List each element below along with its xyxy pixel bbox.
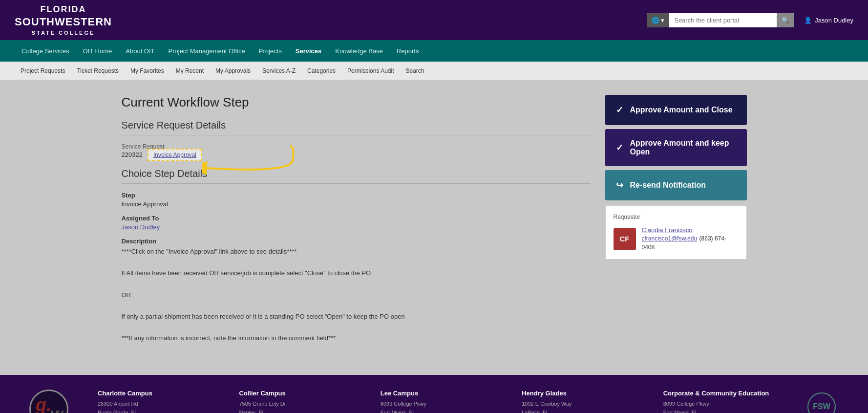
- page-title: Current Workflow Step: [122, 95, 591, 110]
- requestor-section: Requestor CF Claudia Francisco cfrancisc…: [605, 205, 747, 260]
- requestor-label: Requestor: [614, 214, 739, 220]
- logo-area: FLORIDA SOUTHWESTERN STATE COLLEGE: [15, 4, 112, 36]
- desc-line-3: OR: [122, 290, 591, 301]
- desc-line-1: ****Click on the "Invoice Approval" link…: [122, 246, 591, 257]
- campus-name-charlotte: Charlotte Campus: [98, 390, 210, 397]
- resend-notification-button[interactable]: ↪ Re-send Notification: [605, 170, 747, 200]
- requestor-details: Claudia Francisco cfrancisco1@fsw.edu (8…: [642, 226, 739, 251]
- top-header: FLORIDA SOUTHWESTERN STATE COLLEGE 🌐 ▾ 🔍…: [0, 0, 868, 40]
- nav-services[interactable]: Services: [289, 42, 329, 61]
- secondary-nav: Project Requests Ticket Requests My Favo…: [0, 62, 868, 80]
- footer-campus-charlotte: Charlotte Campus 26300 Airport Rd Punta …: [98, 390, 210, 413]
- choice-step-section: Choice Step Details Step Invoice Approva…: [122, 168, 591, 344]
- nav-my-approvals[interactable]: My Approvals: [210, 63, 256, 79]
- nav-my-favorites[interactable]: My Favorites: [125, 63, 170, 79]
- assigned-to-field: Assigned To Jason Dudley: [122, 215, 591, 231]
- approve-close-label: Approve Amount and Close: [630, 106, 733, 114]
- primary-nav: College Services OIT Home About OIT Proj…: [0, 40, 868, 62]
- resend-label: Re-send Notification: [630, 181, 706, 190]
- description-text: ****Click on the "Invoice Approval" link…: [122, 246, 591, 344]
- campus-name-lee: Lee Campus: [381, 390, 492, 397]
- campus-address-lee: 8099 College Pkwy: [381, 401, 426, 407]
- description-field: Description ****Click on the "Invoice Ap…: [122, 238, 591, 344]
- logo: FLORIDA SOUTHWESTERN STATE COLLEGE: [15, 4, 112, 36]
- footer-logo: g. W: [29, 390, 68, 413]
- campus-city-lee: Fort Myers, FL: [381, 410, 416, 413]
- service-request-number: 220322: [122, 151, 143, 158]
- approve-close-icon: ✓: [616, 105, 623, 115]
- campus-address-collier: 7505 Grand Lely Dr: [239, 401, 286, 407]
- resend-icon: ↪: [616, 180, 623, 191]
- footer-campus-hendry: Hendry Glades 1092 E Cowboy Way LaBelle,…: [522, 390, 634, 413]
- approve-open-icon: ✓: [616, 142, 623, 153]
- invoice-approval-link[interactable]: Invoice Approval: [148, 149, 202, 161]
- campus-address-charlotte: 26300 Airport Rd: [98, 401, 138, 407]
- desc-line-4: If only a partial shipment has been rece…: [122, 311, 591, 322]
- nav-search[interactable]: Search: [400, 63, 430, 79]
- main-content: Current Workflow Step Service Request De…: [92, 80, 776, 365]
- footer-campus-lee: Lee Campus 8099 College Pkwy Fort Myers,…: [381, 390, 492, 413]
- nav-pmo[interactable]: Project Management Office: [162, 42, 252, 61]
- svg-text:FSW: FSW: [813, 402, 830, 411]
- user-icon: 👤: [804, 17, 812, 24]
- campus-city-charlotte: Punta Gorda, FL: [98, 410, 137, 413]
- assigned-to-link[interactable]: Jason Dudley: [122, 223, 160, 231]
- campus-city-collier: Naples, FL: [239, 410, 265, 413]
- footer-campus-collier: Collier Campus 7505 Grand Lely Dr Naples…: [239, 390, 351, 413]
- requestor-email[interactable]: cfrancisco1@fsw.edu: [642, 235, 698, 242]
- globe-button[interactable]: 🌐 ▾: [647, 13, 670, 27]
- service-request-section-title: Service Request Details: [122, 120, 591, 135]
- campus-name-collier: Collier Campus: [239, 390, 351, 397]
- search-box: 🌐 ▾ 🔍: [647, 13, 795, 27]
- campus-city-hendry: LaBelle, FL: [522, 410, 549, 413]
- step-field: Step Invoice Approval: [122, 192, 591, 208]
- content-right: ✓ Approve Amount and Close ✓ Approve Amo…: [605, 95, 747, 350]
- fsw-logo-icon: FSW: [807, 392, 836, 413]
- campus-name-hendry: Hendry Glades: [522, 390, 634, 397]
- nav-knowledge-base[interactable]: Knowledge Base: [328, 42, 390, 61]
- campus-name-cce: Corporate & Community Education: [663, 390, 775, 397]
- choice-step-title: Choice Step Details: [122, 168, 591, 184]
- search-input[interactable]: [669, 13, 777, 27]
- nav-permissions-audit[interactable]: Permissions Audit: [341, 63, 400, 79]
- assigned-to-value: Jason Dudley: [122, 223, 591, 231]
- approve-open-label: Approve Amount and keep Open: [630, 139, 736, 156]
- nav-categories[interactable]: Categories: [301, 63, 341, 79]
- description-label: Description: [122, 238, 591, 245]
- assigned-to-label: Assigned To: [122, 215, 591, 222]
- nav-project-requests[interactable]: Project Requests: [15, 63, 71, 79]
- requestor-name-link[interactable]: Claudia Francisco: [642, 226, 739, 234]
- footer-right-logo: FSW: [804, 390, 839, 413]
- campus-city-cce: Fort Myers, FL: [663, 410, 699, 413]
- user-name: Jason Dudley: [815, 17, 853, 24]
- nav-oit-home[interactable]: OIT Home: [76, 42, 119, 61]
- desc-line-2: If All items have been received OR servi…: [122, 268, 591, 279]
- user-info: 👤 Jason Dudley: [804, 17, 853, 24]
- service-request-value: 220322 Invoice Approval: [122, 151, 591, 158]
- nav-ticket-requests[interactable]: Ticket Requests: [71, 63, 125, 79]
- content-left: Current Workflow Step Service Request De…: [122, 95, 591, 350]
- nav-reports[interactable]: Reports: [390, 42, 426, 61]
- annotation-area: Invoice Approval: [148, 151, 202, 158]
- requestor-info: CF Claudia Francisco cfrancisco1@fsw.edu…: [614, 226, 739, 251]
- avatar: CF: [614, 228, 636, 250]
- nav-college-services[interactable]: College Services: [15, 42, 76, 61]
- nav-about-oit[interactable]: About OIT: [119, 42, 161, 61]
- nav-projects[interactable]: Projects: [252, 42, 289, 61]
- desc-line-5: ***If any information is incorrect, note…: [122, 333, 591, 344]
- header-right: 🌐 ▾ 🔍 👤 Jason Dudley: [647, 13, 853, 27]
- service-request-info: Service Request 220322 Invoice Approval: [122, 143, 591, 158]
- nav-services-az[interactable]: Services A-Z: [256, 63, 301, 79]
- step-label: Step: [122, 192, 591, 199]
- campus-address-cce: 8099 College Pkwy: [663, 401, 709, 407]
- footer-campus-cce: Corporate & Community Education 8099 Col…: [663, 390, 775, 413]
- footer: g. W Charlotte Campus 26300 Airport Rd P…: [0, 375, 868, 413]
- approve-open-button[interactable]: ✓ Approve Amount and keep Open: [605, 129, 747, 166]
- nav-my-recent[interactable]: My Recent: [170, 63, 210, 79]
- campus-address-hendry: 1092 E Cowboy Way: [522, 401, 572, 407]
- search-submit-button[interactable]: 🔍: [777, 13, 794, 27]
- step-value: Invoice Approval: [122, 200, 591, 208]
- approve-close-button[interactable]: ✓ Approve Amount and Close: [605, 95, 747, 125]
